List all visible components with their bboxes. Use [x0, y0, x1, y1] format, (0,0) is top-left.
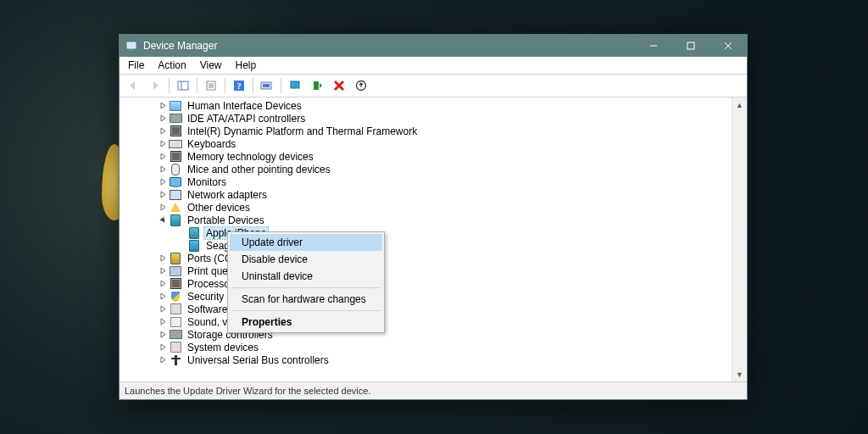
tree-item[interactable]: Ports (COM &: [120, 252, 732, 264]
tree-item-label: Memory technology devices: [186, 151, 315, 163]
expander-icon[interactable]: [157, 102, 169, 109]
svg-rect-0: [126, 42, 136, 49]
tree-item[interactable]: Network adapters: [120, 188, 732, 201]
context-menu-item[interactable]: Update driver: [230, 234, 382, 251]
tree-item-label: Keyboards: [186, 138, 237, 150]
tree-item[interactable]: Keyboards: [120, 137, 732, 150]
statusbar: Launches the Update Driver Wizard for th…: [120, 382, 747, 399]
device-icon: [169, 252, 182, 265]
expander-icon[interactable]: [157, 292, 169, 300]
context-menu-item[interactable]: Scan for hardware changes: [230, 291, 382, 308]
tree-item-label: System devices: [186, 342, 260, 353]
tree-item[interactable]: Seagate E: [120, 239, 732, 252]
tree-item-label: Network adapters: [186, 189, 269, 201]
device-icon: [169, 341, 182, 354]
device-icon: [169, 137, 182, 151]
device-icon: [169, 112, 182, 125]
scan-hardware-button[interactable]: [257, 75, 277, 96]
tree-item[interactable]: Software devi: [120, 303, 732, 315]
app-icon: [125, 39, 138, 53]
maximize-button[interactable]: [672, 35, 709, 57]
status-text: Launches the Update Driver Wizard for th…: [125, 386, 370, 396]
scroll-down-icon[interactable]: ▼: [732, 367, 747, 381]
expander-icon[interactable]: [157, 267, 169, 275]
tree-item[interactable]: Human Interface Devices: [120, 99, 732, 112]
menubar: File Action View Help: [120, 57, 747, 75]
device-icon: [169, 277, 182, 291]
tree-item[interactable]: Storage controllers: [120, 328, 732, 341]
tree-item-label: Portable Devices: [186, 214, 266, 226]
svg-rect-6: [178, 81, 188, 90]
device-icon: [169, 315, 182, 329]
expander-icon[interactable]: [157, 318, 169, 326]
tree-item[interactable]: Other devices: [120, 201, 732, 214]
scroll-up-icon[interactable]: ▲: [732, 97, 747, 112]
tree-item[interactable]: Security devic: [120, 290, 732, 303]
tree-item[interactable]: Portable Devices: [120, 214, 732, 226]
close-button[interactable]: [709, 35, 747, 57]
tree-item[interactable]: Sound, video: [120, 315, 732, 328]
tree-item[interactable]: System devices: [120, 341, 732, 353]
context-menu-item[interactable]: Uninstall device: [230, 268, 382, 285]
tree-item-label: Mice and other pointing devices: [186, 164, 332, 175]
help-button[interactable]: ?: [229, 75, 249, 96]
tree-item[interactable]: Memory technology devices: [120, 150, 732, 163]
context-menu-item[interactable]: Properties: [230, 314, 382, 331]
expander-icon[interactable]: [157, 254, 169, 262]
device-icon: [169, 214, 182, 227]
device-icon: [187, 239, 201, 253]
tree-item[interactable]: Apple iPhone: [120, 226, 732, 239]
device-icon: [169, 290, 182, 303]
expander-icon[interactable]: [157, 280, 169, 287]
tree-item-label: Intel(R) Dynamic Platform and Thermal Fr…: [186, 125, 419, 137]
expander-icon[interactable]: [157, 153, 169, 160]
vertical-scrollbar[interactable]: ▲ ▼: [732, 97, 747, 381]
expander-icon[interactable]: [157, 165, 169, 173]
uninstall-device-button[interactable]: [329, 75, 349, 96]
expander-icon[interactable]: [157, 331, 169, 338]
device-icon: [169, 99, 182, 113]
expander-icon[interactable]: [157, 140, 169, 147]
device-tree[interactable]: Human Interface DevicesIDE ATA/ATAPI con…: [120, 97, 732, 381]
expander-icon[interactable]: [157, 178, 169, 186]
titlebar[interactable]: Device Manager: [120, 35, 747, 57]
client-area: Human Interface DevicesIDE ATA/ATAPI con…: [120, 97, 747, 382]
svg-rect-17: [314, 81, 319, 90]
expander-icon[interactable]: [157, 305, 169, 313]
expander-icon[interactable]: [157, 191, 169, 198]
update-driver-button[interactable]: [285, 75, 305, 96]
back-button: [123, 75, 143, 96]
tree-item[interactable]: Monitors: [120, 175, 732, 188]
menu-action[interactable]: Action: [151, 58, 192, 73]
show-hide-console-button[interactable]: [173, 75, 193, 96]
expander-icon[interactable]: [157, 203, 169, 211]
properties-button[interactable]: [201, 75, 221, 96]
tree-item-label: Human Interface Devices: [186, 100, 303, 112]
tree-item-label: Other devices: [186, 202, 252, 214]
tree-item[interactable]: Print queues: [120, 264, 732, 277]
tree-item[interactable]: Intel(R) Dynamic Platform and Thermal Fr…: [120, 125, 732, 137]
tree-item[interactable]: Mice and other pointing devices: [120, 163, 732, 175]
svg-rect-3: [687, 42, 694, 49]
device-icon: [169, 150, 182, 164]
svg-text:?: ?: [236, 81, 242, 91]
tree-item[interactable]: Universal Serial Bus controllers: [120, 353, 732, 366]
enable-device-button[interactable]: [307, 75, 327, 96]
device-manager-window: Device Manager File Action View Help ?: [119, 34, 748, 400]
expander-icon[interactable]: [157, 114, 169, 122]
tree-item[interactable]: IDE ATA/ATAPI controllers: [120, 112, 732, 125]
expander-icon[interactable]: [157, 343, 169, 351]
expander-icon[interactable]: [157, 216, 169, 224]
tree-item[interactable]: Processors: [120, 277, 732, 290]
desktop: Device Manager File Action View Help ?: [0, 0, 868, 434]
expander-icon[interactable]: [157, 356, 169, 364]
context-menu-item[interactable]: Disable device: [230, 251, 382, 268]
menu-help[interactable]: Help: [229, 58, 264, 73]
minimize-button[interactable]: [635, 35, 672, 57]
device-icon: [187, 226, 201, 240]
menu-file[interactable]: File: [121, 58, 151, 73]
disable-device-button[interactable]: [351, 75, 371, 96]
expander-icon[interactable]: [157, 127, 169, 135]
menu-view[interactable]: View: [193, 58, 229, 73]
device-icon: [169, 303, 182, 316]
